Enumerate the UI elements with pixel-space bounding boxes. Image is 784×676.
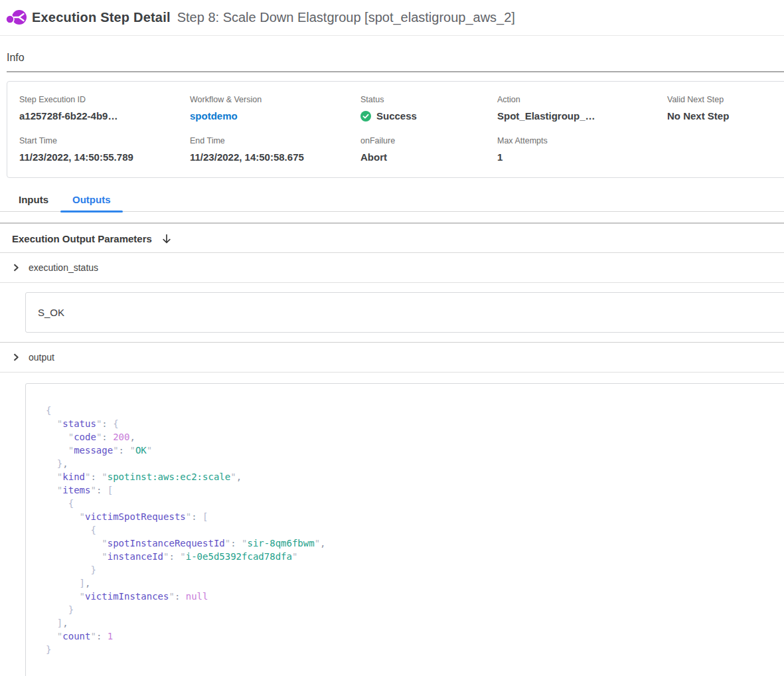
inputs-outputs-tabs: Inputs Outputs (0, 190, 784, 212)
field-value: Abort (360, 151, 497, 163)
field-label: Max Attempts (497, 136, 667, 145)
param-name: execution_status (29, 262, 98, 273)
field-action: Action Spot_Elastigroup_… (497, 95, 667, 122)
execution-output-parameters-heading: Execution Output Parameters (0, 224, 784, 253)
field-label: Valid Next Step (667, 95, 784, 104)
field-label: Action (497, 95, 667, 104)
field-step-execution-id: Step Execution ID a125728f-6b22-4b9… (19, 95, 190, 122)
page-subtitle: Step 8: Scale Down Elastgroup [spot_elas… (177, 10, 515, 25)
field-value: 1 (497, 151, 667, 163)
output-code-box: { "status": { "code": 200, "message": "O… (25, 383, 784, 676)
field-valid-next-step: Valid Next Step No Next Step (667, 95, 784, 122)
field-value: Spot_Elastigroup_… (497, 110, 667, 122)
success-check-icon (360, 111, 371, 122)
execution-status-value-box: S_OK (25, 292, 784, 333)
field-label: End Time (190, 136, 360, 145)
output-code: { "status": { "code": 200, "message": "O… (46, 404, 766, 656)
field-label: onFailure (360, 136, 497, 145)
page-title: Execution Step Detail (32, 10, 171, 25)
chevron-right-icon (12, 264, 20, 272)
field-workflow-version: Workflow & Version spotdemo (190, 95, 360, 122)
workflow-link[interactable]: spotdemo (190, 110, 360, 122)
field-value: 11/23/2022, 14:50:55.789 (19, 151, 190, 163)
field-value: 11/23/2022, 14:50:58.675 (190, 151, 360, 163)
download-arrow-icon[interactable] (161, 234, 172, 244)
tab-inputs[interactable]: Inputs (7, 190, 60, 211)
info-section-label: Info (7, 52, 784, 72)
info-card: Step Execution ID a125728f-6b22-4b9… Wor… (7, 81, 784, 178)
param-row-execution-status[interactable]: execution_status (0, 253, 784, 283)
status-badge: Success (376, 110, 417, 122)
field-label: Start Time (19, 136, 190, 145)
field-value: No Next Step (667, 110, 784, 122)
field-onfailure: onFailure Abort (360, 136, 497, 163)
param-row-output[interactable]: output (0, 343, 784, 373)
outputs-heading-label: Execution Output Parameters (12, 233, 152, 244)
field-end-time: End Time 11/23/2022, 14:50:58.675 (190, 136, 360, 163)
field-label: Step Execution ID (19, 95, 190, 104)
field-max-attempts: Max Attempts 1 (497, 136, 667, 163)
field-label: Status (360, 95, 497, 104)
workflow-brand-logo-icon (5, 8, 28, 28)
chevron-right-icon (12, 353, 20, 361)
page-header: Execution Step Detail Step 8: Scale Down… (0, 0, 784, 36)
field-start-time: Start Time 11/23/2022, 14:50:55.789 (19, 136, 190, 163)
field-status: Status Success (360, 95, 497, 122)
field-value: a125728f-6b22-4b9… (19, 110, 190, 122)
field-label: Workflow & Version (190, 95, 360, 104)
param-name: output (29, 352, 54, 363)
tab-outputs[interactable]: Outputs (60, 190, 123, 211)
